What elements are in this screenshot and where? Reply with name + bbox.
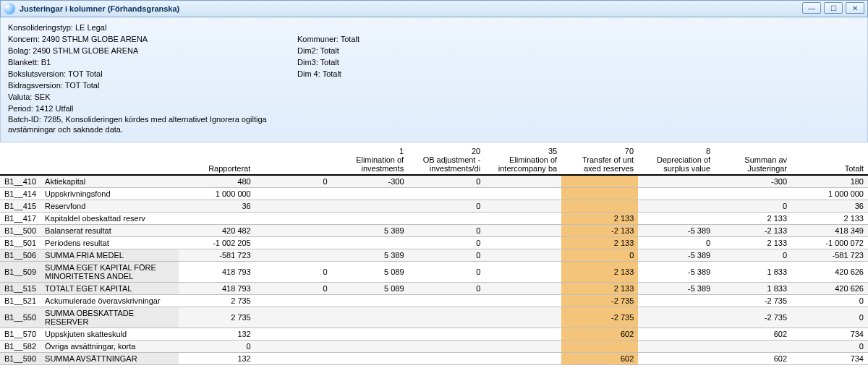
row-value[interactable]: -2 735 xyxy=(715,295,791,307)
row-value[interactable] xyxy=(485,188,561,200)
row-value[interactable] xyxy=(332,200,409,212)
row-value[interactable]: 2 133 xyxy=(561,237,638,249)
row-value[interactable]: 2 735 xyxy=(179,307,255,328)
row-value[interactable] xyxy=(485,283,561,294)
row-value[interactable]: -2 133 xyxy=(561,225,638,236)
row-value[interactable]: -5 389 xyxy=(638,225,715,236)
row-value[interactable] xyxy=(255,188,332,200)
row-value[interactable] xyxy=(332,353,409,364)
table-row[interactable]: B1__506SUMMA FRIA MEDEL-581 7235 38900-5… xyxy=(0,249,868,262)
row-value[interactable] xyxy=(485,307,561,328)
col-summa-header[interactable]: Summan av Justeringar xyxy=(715,142,791,174)
row-value[interactable]: 0 xyxy=(255,283,332,294)
col-totalt-header[interactable]: Totalt xyxy=(791,142,868,174)
row-value[interactable]: 418 793 xyxy=(179,262,255,282)
row-value[interactable] xyxy=(561,188,638,200)
row-value[interactable]: -581 723 xyxy=(179,249,255,261)
row-value[interactable]: 0 xyxy=(409,200,485,212)
row-value[interactable]: 0 xyxy=(409,262,485,282)
row-value[interactable]: 0 xyxy=(791,295,868,307)
col-desc-header[interactable] xyxy=(40,142,178,174)
row-value[interactable] xyxy=(561,200,638,212)
table-row[interactable]: B1__582Övriga avsättningar, korta00 xyxy=(0,341,868,353)
row-value[interactable]: 1 000 000 xyxy=(791,188,868,200)
row-value[interactable] xyxy=(409,341,485,352)
row-value[interactable]: -5 389 xyxy=(638,262,715,282)
row-value[interactable] xyxy=(715,188,791,200)
row-value[interactable]: 1 000 000 xyxy=(179,188,255,200)
row-value[interactable] xyxy=(409,188,485,200)
row-value[interactable]: -1 000 072 xyxy=(791,237,868,249)
row-value[interactable]: 2 133 xyxy=(561,262,638,282)
row-value[interactable] xyxy=(485,225,561,236)
row-value[interactable] xyxy=(561,176,638,187)
row-value[interactable]: 36 xyxy=(179,200,255,212)
row-value[interactable]: 0 xyxy=(791,307,868,328)
row-value[interactable]: 0 xyxy=(255,176,332,187)
row-value[interactable] xyxy=(332,213,409,224)
row-value[interactable]: 420 626 xyxy=(791,262,868,282)
row-value[interactable]: 0 xyxy=(791,341,868,352)
row-value[interactable]: 602 xyxy=(561,353,638,364)
maximize-button[interactable]: ☐ xyxy=(824,2,843,14)
col-70-header[interactable]: 70 Transfer of unt axed reserves xyxy=(561,142,638,174)
row-value[interactable]: -2 735 xyxy=(561,307,638,328)
row-value[interactable] xyxy=(409,353,485,364)
row-value[interactable]: 2 133 xyxy=(791,213,868,224)
col-rapporterat-header[interactable]: Rapporterat xyxy=(178,142,255,174)
row-value[interactable] xyxy=(332,188,409,200)
row-value[interactable]: 0 xyxy=(409,283,485,294)
window-titlebar[interactable]: Justeringar i kolumner (Förhandsgranska)… xyxy=(0,0,868,17)
row-value[interactable] xyxy=(179,213,255,224)
row-value[interactable]: -2 735 xyxy=(561,295,638,307)
row-value[interactable] xyxy=(485,341,561,352)
row-value[interactable] xyxy=(255,341,332,352)
row-value[interactable] xyxy=(409,295,485,307)
row-value[interactable]: -300 xyxy=(332,176,409,187)
row-value[interactable]: 0 xyxy=(409,225,485,236)
row-value[interactable]: 2 133 xyxy=(561,213,638,224)
row-value[interactable] xyxy=(485,237,561,249)
row-value[interactable] xyxy=(485,213,561,224)
row-value[interactable] xyxy=(255,353,332,364)
row-value[interactable] xyxy=(485,262,561,282)
row-value[interactable]: -581 723 xyxy=(791,249,868,261)
row-value[interactable]: 1 833 xyxy=(715,262,791,282)
row-value[interactable]: 36 xyxy=(791,200,868,212)
row-value[interactable] xyxy=(561,341,638,352)
row-value[interactable]: 0 xyxy=(255,262,332,282)
row-value[interactable]: 5 389 xyxy=(332,249,409,261)
table-row[interactable]: B1__415Reservfond360036 xyxy=(0,200,868,213)
row-value[interactable] xyxy=(485,200,561,212)
row-value[interactable] xyxy=(638,213,715,224)
row-value[interactable]: 0 xyxy=(409,176,485,187)
row-value[interactable]: 2 133 xyxy=(561,283,638,294)
col-1-header[interactable]: 1 Elimination of investments xyxy=(331,142,408,174)
table-row[interactable]: B1__414Uppskrivningsfond1 000 0001 000 0… xyxy=(0,188,868,200)
row-value[interactable] xyxy=(638,188,715,200)
row-value[interactable]: 2 133 xyxy=(715,213,791,224)
row-value[interactable] xyxy=(255,213,332,224)
row-value[interactable] xyxy=(332,328,409,340)
row-value[interactable]: 420 626 xyxy=(791,283,868,294)
row-value[interactable]: -1 002 205 xyxy=(179,237,255,249)
row-value[interactable] xyxy=(638,353,715,364)
row-value[interactable]: 0 xyxy=(409,237,485,249)
data-grid[interactable]: Rapporterat 1 Elimination of investments… xyxy=(0,142,868,365)
row-value[interactable] xyxy=(715,341,791,352)
row-value[interactable] xyxy=(485,353,561,364)
row-value[interactable]: 2 133 xyxy=(715,237,791,249)
row-value[interactable]: 132 xyxy=(179,353,255,364)
table-row[interactable]: B1__509SUMMA EGET KAPITAL FÖRE MINORITET… xyxy=(0,262,868,283)
row-value[interactable]: 5 089 xyxy=(332,283,409,294)
row-value[interactable] xyxy=(485,295,561,307)
row-value[interactable] xyxy=(255,225,332,236)
row-value[interactable] xyxy=(638,307,715,328)
row-value[interactable]: 0 xyxy=(715,200,791,212)
row-value[interactable] xyxy=(638,341,715,352)
row-value[interactable]: 2 735 xyxy=(179,295,255,307)
row-value[interactable]: 420 482 xyxy=(179,225,255,236)
row-value[interactable]: 734 xyxy=(791,328,868,340)
row-value[interactable] xyxy=(409,307,485,328)
row-value[interactable] xyxy=(638,200,715,212)
